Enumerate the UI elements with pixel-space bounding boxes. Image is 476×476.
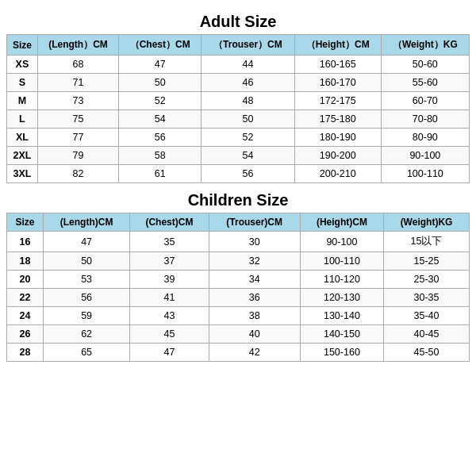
table-cell: 79 bbox=[37, 147, 118, 165]
table-row: 26624540140-15040-45 bbox=[7, 325, 470, 344]
table-row: L755450175-18070-80 bbox=[7, 110, 470, 129]
children-column-header: (Chest)CM bbox=[130, 213, 209, 232]
children-size-table: Size(Length)CM(Chest)CM(Trouser)CM(Heigh… bbox=[6, 213, 470, 362]
table-row: 2XL795854190-20090-100 bbox=[7, 147, 470, 165]
table-cell: 48 bbox=[202, 92, 294, 110]
table-cell: 2XL bbox=[7, 147, 38, 165]
table-cell: 160-165 bbox=[294, 56, 381, 74]
table-cell: 43 bbox=[130, 307, 209, 325]
children-column-header: (Weight)KG bbox=[384, 213, 470, 232]
table-cell: 90-100 bbox=[300, 232, 383, 252]
table-cell: 50 bbox=[202, 110, 294, 129]
table-cell: 22 bbox=[7, 289, 44, 307]
table-cell: 73 bbox=[37, 92, 118, 110]
children-column-header: (Length)CM bbox=[43, 213, 129, 232]
table-cell: 18 bbox=[7, 252, 44, 271]
table-row: XS684744160-16550-60 bbox=[7, 56, 470, 74]
table-cell: 35 bbox=[130, 232, 209, 252]
table-cell: 15-25 bbox=[384, 252, 470, 271]
table-cell: 175-180 bbox=[294, 110, 381, 129]
table-cell: 16 bbox=[7, 232, 44, 252]
table-cell: 30-35 bbox=[384, 289, 470, 307]
table-cell: 140-150 bbox=[300, 325, 383, 344]
table-cell: 39 bbox=[130, 271, 209, 289]
table-cell: 160-170 bbox=[294, 74, 381, 92]
children-column-header: Size bbox=[7, 213, 44, 232]
table-cell: M bbox=[7, 92, 38, 110]
table-cell: L bbox=[7, 110, 38, 129]
adult-column-header: (Length）CM bbox=[37, 35, 118, 56]
table-cell: 40 bbox=[209, 325, 300, 344]
table-cell: 56 bbox=[43, 289, 129, 307]
table-cell: 68 bbox=[37, 56, 118, 74]
table-cell: 80-90 bbox=[381, 129, 469, 147]
table-cell: 15以下 bbox=[384, 232, 470, 252]
table-cell: XL bbox=[7, 129, 38, 147]
table-cell: 60-70 bbox=[381, 92, 469, 110]
table-cell: 61 bbox=[119, 165, 202, 183]
table-cell: 58 bbox=[119, 147, 202, 165]
adult-section-title: Adult Size bbox=[200, 13, 277, 31]
table-row: 24594338130-14035-40 bbox=[7, 307, 470, 325]
children-header-row: Size(Length)CM(Chest)CM(Trouser)CM(Heigh… bbox=[7, 213, 470, 232]
table-cell: 24 bbox=[7, 307, 44, 325]
table-cell: 59 bbox=[43, 307, 129, 325]
table-row: XL775652180-19080-90 bbox=[7, 129, 470, 147]
table-cell: 71 bbox=[37, 74, 118, 92]
table-cell: 42 bbox=[209, 344, 300, 362]
table-cell: 25-30 bbox=[384, 271, 470, 289]
table-cell: 53 bbox=[43, 271, 129, 289]
table-cell: XS bbox=[7, 56, 38, 74]
table-cell: 110-120 bbox=[300, 271, 383, 289]
table-cell: 190-200 bbox=[294, 147, 381, 165]
table-row: 22564136120-13030-35 bbox=[7, 289, 470, 307]
adult-header-row: Size(Length）CM（Chest）CM（Trouser）CM（Heigh… bbox=[7, 35, 470, 56]
table-cell: 45-50 bbox=[384, 344, 470, 362]
table-cell: 52 bbox=[202, 129, 294, 147]
adult-column-header: （Weight）KG bbox=[381, 35, 469, 56]
table-cell: 41 bbox=[130, 289, 209, 307]
table-cell: S bbox=[7, 74, 38, 92]
table-cell: 47 bbox=[43, 232, 129, 252]
table-cell: 54 bbox=[119, 110, 202, 129]
adult-size-table: Size(Length）CM（Chest）CM（Trouser）CM（Heigh… bbox=[6, 34, 470, 183]
table-cell: 3XL bbox=[7, 165, 38, 183]
children-column-header: (Height)CM bbox=[300, 213, 383, 232]
table-cell: 36 bbox=[209, 289, 300, 307]
adult-column-header: （Height）CM bbox=[294, 35, 381, 56]
table-cell: 50-60 bbox=[381, 56, 469, 74]
table-cell: 47 bbox=[130, 344, 209, 362]
table-cell: 150-160 bbox=[300, 344, 383, 362]
table-cell: 55-60 bbox=[381, 74, 469, 92]
table-cell: 35-40 bbox=[384, 307, 470, 325]
table-cell: 45 bbox=[130, 325, 209, 344]
table-cell: 38 bbox=[209, 307, 300, 325]
adult-column-header: （Chest）CM bbox=[119, 35, 202, 56]
children-section-title: Children Size bbox=[188, 191, 289, 209]
table-cell: 54 bbox=[202, 147, 294, 165]
table-cell: 75 bbox=[37, 110, 118, 129]
table-cell: 28 bbox=[7, 344, 44, 362]
table-cell: 56 bbox=[119, 129, 202, 147]
table-cell: 46 bbox=[202, 74, 294, 92]
table-cell: 30 bbox=[209, 232, 300, 252]
table-cell: 70-80 bbox=[381, 110, 469, 129]
table-cell: 130-140 bbox=[300, 307, 383, 325]
table-cell: 77 bbox=[37, 129, 118, 147]
children-table-body: 1647353090-10015以下18503732100-11015-2520… bbox=[7, 232, 470, 362]
table-cell: 47 bbox=[119, 56, 202, 74]
table-cell: 65 bbox=[43, 344, 129, 362]
table-cell: 52 bbox=[119, 92, 202, 110]
table-cell: 32 bbox=[209, 252, 300, 271]
table-cell: 44 bbox=[202, 56, 294, 74]
table-cell: 20 bbox=[7, 271, 44, 289]
table-cell: 100-110 bbox=[381, 165, 469, 183]
table-cell: 40-45 bbox=[384, 325, 470, 344]
children-column-header: (Trouser)CM bbox=[209, 213, 300, 232]
table-cell: 26 bbox=[7, 325, 44, 344]
adult-column-header: Size bbox=[7, 35, 38, 56]
table-row: 20533934110-12025-30 bbox=[7, 271, 470, 289]
table-cell: 100-110 bbox=[300, 252, 383, 271]
table-cell: 50 bbox=[119, 74, 202, 92]
table-cell: 180-190 bbox=[294, 129, 381, 147]
